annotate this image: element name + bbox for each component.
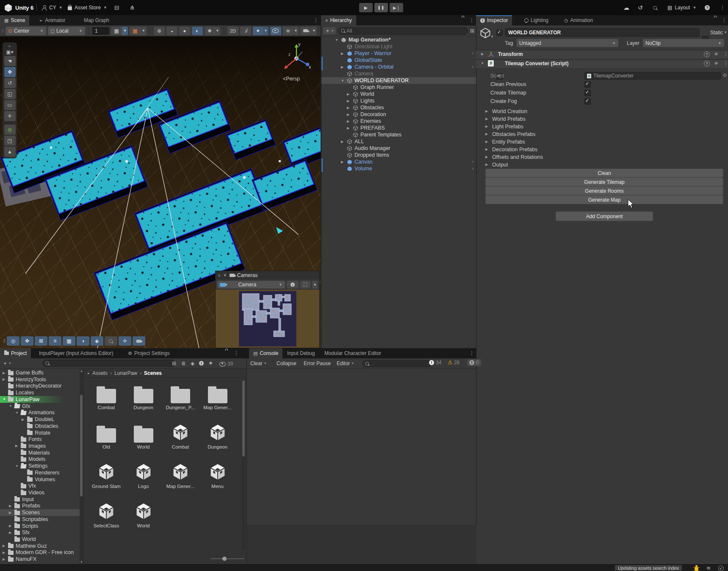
prefab-open-arrow-icon[interactable]: › bbox=[472, 51, 473, 55]
favorites-icon[interactable]: ★ bbox=[208, 360, 213, 366]
project-tree-item[interactable]: ▶Prefabs bbox=[0, 502, 80, 509]
debugger-bug-icon[interactable] bbox=[695, 566, 698, 571]
tab-project-settings[interactable]: ⚙Project Settings bbox=[124, 348, 174, 358]
project-tree-item[interactable]: ▶Matthew Guz bbox=[0, 543, 80, 549]
generate-tilemap-button[interactable]: Generate Tilemap bbox=[485, 177, 723, 186]
more-menu-button[interactable]: ⋮ bbox=[720, 0, 725, 15]
asset-scene[interactable]: Map Gener... bbox=[163, 461, 198, 489]
expand-arrow-icon[interactable]: ▶ bbox=[3, 544, 5, 548]
foldout-label[interactable]: Light Prefabs bbox=[492, 124, 523, 130]
expand-arrow-icon[interactable]: ▼ bbox=[335, 38, 338, 42]
tab-input-player[interactable]: InputPlayer (Input Actions Editor) bbox=[35, 348, 117, 358]
component-menu-icon[interactable]: ⋮ bbox=[723, 60, 728, 66]
hierarchy-panel-menu-button[interactable]: ⋮ bbox=[469, 17, 474, 23]
asset-folder[interactable]: Dungeon bbox=[126, 382, 161, 410]
project-tree-item[interactable]: Obstacles bbox=[0, 423, 80, 430]
scene-viewport[interactable]: y x z <Persp ≡ ▣▾ ☚ ✥ ↺ ◱ ▭ ✛ ◎ ◳ ▲ ‖ ◎ … bbox=[0, 36, 321, 348]
debug-draw-button[interactable]: ❖▼ bbox=[205, 27, 220, 35]
project-tree-item[interactable]: ▶Scenes bbox=[0, 509, 80, 516]
foldout-label[interactable]: World Creation bbox=[492, 108, 527, 114]
camera-options-button[interactable]: ▼ bbox=[312, 281, 318, 288]
icon-size-slider[interactable] bbox=[210, 558, 244, 559]
asset-scene[interactable]: Combat bbox=[163, 421, 198, 449]
expand-arrow-icon[interactable]: ▶ bbox=[9, 511, 11, 515]
hierarchy-search-input[interactable]: All bbox=[338, 27, 468, 35]
transform-tool-button[interactable]: ✛ bbox=[4, 111, 16, 121]
hierarchy-item[interactable]: ▶Decoration bbox=[321, 111, 476, 118]
project-tree-item[interactable]: ▼LunarPaw bbox=[0, 396, 80, 403]
project-tree-item[interactable]: Input bbox=[0, 496, 80, 503]
package-manager-button[interactable]: ⊟ bbox=[114, 0, 119, 15]
project-tree-item[interactable]: ▶Modern GDR - Free icon bbox=[0, 549, 80, 556]
console-panel-menu-button[interactable]: ⋮ bbox=[469, 350, 474, 356]
asset-scene[interactable]: Dungeon bbox=[200, 421, 235, 449]
label-filter-icon[interactable]: ◈ bbox=[191, 360, 194, 366]
expand-arrow-icon[interactable]: ▶ bbox=[341, 140, 343, 144]
scale-tool-button[interactable]: ◱ bbox=[4, 89, 16, 99]
rect-overlay-button[interactable]: ⊠ bbox=[35, 336, 47, 346]
generate-map-button[interactable]: Generate Map bbox=[485, 195, 723, 204]
tab-animation[interactable]: ◷Animation bbox=[560, 15, 597, 25]
help-button[interactable]: ? bbox=[705, 0, 710, 15]
tab-animator[interactable]: ➢Animator bbox=[35, 15, 69, 25]
breadcrumb-assets[interactable]: Assets bbox=[92, 370, 108, 376]
layers-overlay-button[interactable]: ◈ bbox=[91, 336, 103, 346]
camera-fullscreen-button[interactable]: ⛶ bbox=[300, 281, 310, 288]
asset-folder[interactable]: Old bbox=[89, 421, 124, 449]
drag-handle[interactable]: ≡ bbox=[8, 44, 11, 48]
project-tree-item[interactable]: ▶HenrizyTools bbox=[0, 376, 80, 383]
expand-arrow-icon[interactable]: ▶ bbox=[3, 551, 5, 554]
help-icon[interactable]: ? bbox=[704, 51, 710, 57]
tab-input-debug[interactable]: Input Debug bbox=[283, 348, 319, 358]
grid-size-input[interactable]: 1 bbox=[92, 27, 109, 35]
help-icon[interactable]: ? bbox=[704, 61, 710, 67]
effects-toggle-button[interactable]: ✦▼ bbox=[253, 27, 269, 35]
expand-arrow-icon[interactable]: ▶ bbox=[3, 371, 5, 375]
expand-arrow-icon[interactable]: ▶ bbox=[9, 524, 11, 528]
hierarchy-item[interactable]: ▶Obstacles bbox=[321, 104, 476, 111]
hidden-count-indicator[interactable]: 39 bbox=[219, 361, 233, 367]
cameras-overlay-window[interactable]: ≡ ▼ Cameras Camera▼ i ⛶ ▼ bbox=[215, 271, 320, 348]
expand-arrow-icon[interactable]: ▼ bbox=[9, 404, 12, 408]
property-checkbox[interactable] bbox=[584, 81, 591, 88]
tag-dropdown[interactable]: Untagged▼ bbox=[517, 39, 618, 47]
foldout-label[interactable]: Offsets and Rotations bbox=[492, 154, 543, 160]
hierarchy-item[interactable]: Graph Runner bbox=[321, 84, 476, 91]
wireframe-mode-button[interactable]: ◒ bbox=[166, 27, 177, 35]
hierarchy-item[interactable]: Parent Templates bbox=[321, 131, 476, 138]
foldout-arrow[interactable]: ▶ bbox=[481, 52, 484, 56]
editor-target-dropdown[interactable]: Editor▼ bbox=[337, 360, 354, 367]
presets-icon[interactable]: ≑ bbox=[714, 51, 718, 57]
version-control-button[interactable]: ⋔ bbox=[130, 0, 135, 15]
project-tree-item[interactable]: Models bbox=[0, 456, 80, 463]
hierarchy-item[interactable]: ▶ALL bbox=[321, 138, 476, 145]
expand-arrow-icon[interactable]: ▼ bbox=[15, 464, 19, 468]
scroll-up-arrow[interactable]: ▲ bbox=[80, 369, 83, 372]
project-tree-item[interactable]: ▼Animations bbox=[0, 409, 80, 416]
camera-info-button[interactable]: i bbox=[287, 281, 299, 288]
hierarchy-item[interactable]: GlobalState bbox=[321, 57, 476, 64]
settings-sliders-button[interactable]: ≡ bbox=[49, 336, 61, 346]
collapse-button[interactable]: Collapse bbox=[277, 360, 296, 366]
presets-icon[interactable]: ≑ bbox=[714, 60, 718, 66]
cameras-titlebar[interactable]: ≡ ▼ Cameras bbox=[216, 271, 319, 280]
console-search-input[interactable] bbox=[362, 360, 432, 367]
project-tree-item[interactable]: ▼Gfx bbox=[0, 403, 80, 410]
audio-toggle-button[interactable]: ♪̸ bbox=[240, 27, 251, 35]
snap-increment-button[interactable]: ▦▼ bbox=[130, 27, 147, 35]
shading-mode-button[interactable]: ⊕ bbox=[154, 27, 165, 35]
active-checkbox[interactable] bbox=[496, 30, 503, 36]
tab-console[interactable]: ▤Console bbox=[249, 348, 282, 358]
foldout-arrow[interactable]: ▶ bbox=[485, 163, 488, 166]
project-tree-item[interactable]: HierarchyDecorator bbox=[0, 383, 80, 389]
scene-panel-menu-button[interactable]: ⋮ bbox=[313, 17, 318, 23]
search-overlay-button[interactable] bbox=[105, 336, 117, 346]
scroll-down-arrow[interactable]: ▼ bbox=[80, 560, 83, 563]
breadcrumb-lunarpaw[interactable]: LunarPaw bbox=[114, 370, 137, 376]
hierarchy-item[interactable]: Audio Manager bbox=[321, 145, 476, 152]
grid-paint-button[interactable]: ▦ bbox=[63, 336, 75, 346]
project-tree-item[interactable]: Scriptables bbox=[0, 516, 80, 523]
project-tree-item[interactable]: ▼Settings bbox=[0, 463, 80, 469]
activity-check-icon[interactable]: ✓ bbox=[718, 565, 724, 571]
camera-view-button[interactable]: ▼ bbox=[300, 27, 317, 35]
